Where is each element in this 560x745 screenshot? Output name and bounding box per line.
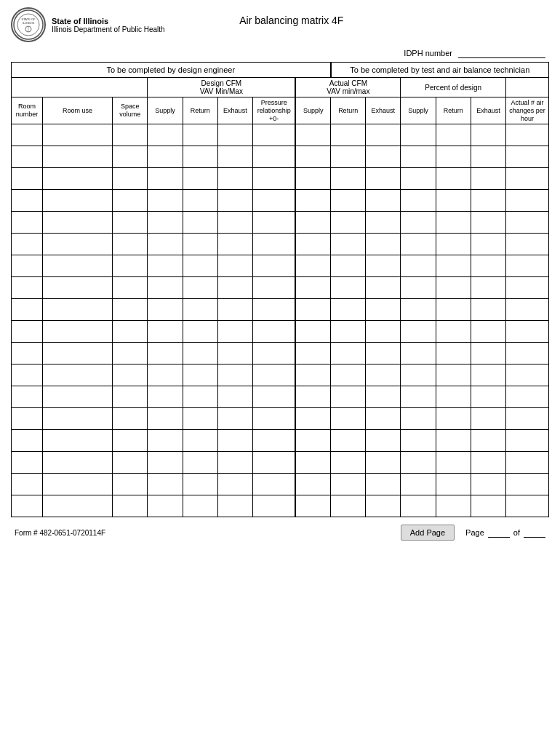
spacer-sub <box>12 78 148 97</box>
main-table: To be completed by design engineer To be… <box>11 62 549 517</box>
table-row <box>12 212 549 234</box>
svg-text:ILLINOIS: ILLINOIS <box>23 21 35 25</box>
total-pages-field[interactable] <box>524 527 545 538</box>
col-return3: Return <box>436 97 471 124</box>
actual-cfm-label: Actual CFM <box>329 79 367 87</box>
col-exhaust: Exhaust <box>217 97 252 124</box>
design-cfm-label: Design CFM <box>201 79 242 87</box>
col-return2: Return <box>331 97 366 124</box>
col-supply2: Supply <box>295 97 330 124</box>
table-row <box>12 386 549 408</box>
table-row <box>12 299 549 321</box>
vav-min-max-label: VAV Min/Max <box>200 87 243 95</box>
vav-min-max2-label: VAV min/max <box>327 87 369 95</box>
table-row <box>12 474 549 495</box>
percent-design-header: Percent of design <box>401 78 506 97</box>
col-room-number: Room number <box>12 97 43 124</box>
state-seal: STATE OF ILLINOIS <box>11 7 46 42</box>
table-row <box>12 255 549 277</box>
col-header-row: Room number Room use Space volume Supply… <box>12 97 549 124</box>
col-actual-air: Actual # air changes per hour <box>505 97 548 124</box>
actual-cfm-header: Actual CFM VAV min/max <box>295 78 401 97</box>
page-title: Air balancing matrix 4F <box>165 7 418 26</box>
col-return: Return <box>183 97 217 124</box>
header: STATE OF ILLINOIS State of Illinois Illi… <box>11 7 549 42</box>
design-section-header: To be completed by design engineer <box>12 63 331 78</box>
col-pressure: Pressure relationship +0- <box>252 97 295 124</box>
page-label: Page <box>465 528 484 537</box>
add-page-button[interactable]: Add Page <box>401 525 455 541</box>
table-row <box>12 408 549 430</box>
table-row <box>12 124 549 146</box>
col-exhaust2: Exhaust <box>366 97 401 124</box>
page-number-field[interactable] <box>488 527 510 538</box>
col-room-use: Room use <box>42 97 112 124</box>
sub-header-row: Design CFM VAV Min/Max Actual CFM VAV mi… <box>12 78 549 97</box>
col-exhaust3: Exhaust <box>471 97 505 124</box>
table-row <box>12 146 549 168</box>
footer: Form # 482-0651-0720114F Add Page Page o… <box>11 525 549 541</box>
col-space-volume: Space volume <box>113 97 148 124</box>
page: STATE OF ILLINOIS State of Illinois Illi… <box>0 0 560 745</box>
dept-name: Illinois Department of Public Health <box>52 25 165 33</box>
state-name: State of Illinois <box>52 17 165 25</box>
section-header-row: To be completed by design engineer To be… <box>12 63 549 78</box>
form-number: Form # 482-0651-0720114F <box>15 529 105 537</box>
table-row <box>12 190 549 212</box>
spacer-sub2 <box>505 78 548 97</box>
table-row <box>12 495 549 517</box>
table-row <box>12 343 549 364</box>
table-row <box>12 234 549 255</box>
col-supply: Supply <box>148 97 183 124</box>
col-supply3: Supply <box>401 97 436 124</box>
logo-area: STATE OF ILLINOIS State of Illinois Illi… <box>11 7 165 42</box>
footer-right: Add Page Page of <box>401 525 545 541</box>
idph-row: IDPH number <box>11 48 549 58</box>
table-row <box>12 364 549 386</box>
table-row <box>12 321 549 343</box>
table-row <box>12 277 549 299</box>
design-cfm-header: Design CFM VAV Min/Max <box>148 78 295 97</box>
idph-label: IDPH number <box>404 49 452 57</box>
svg-point-0 <box>14 10 43 39</box>
test-section-header: To be completed by test and air balance … <box>331 63 549 78</box>
org-info: State of Illinois Illinois Department of… <box>52 17 165 33</box>
table-row <box>12 452 549 474</box>
idph-number-field[interactable] <box>458 48 545 58</box>
table-row <box>12 168 549 190</box>
page-info: Page of <box>465 527 545 538</box>
table-row <box>12 430 549 452</box>
of-label: of <box>513 528 520 537</box>
